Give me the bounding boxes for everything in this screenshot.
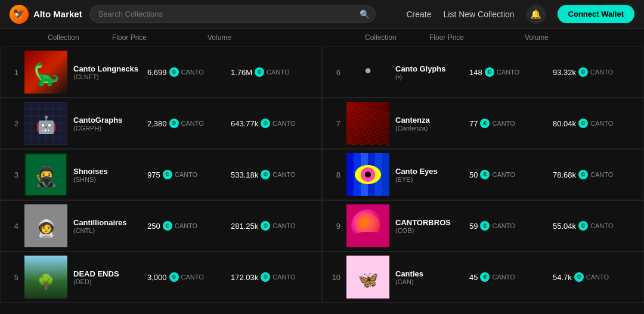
floor-price: 6,699 © CANTO (147, 67, 225, 77)
canto-icon-vol: © (261, 272, 270, 282)
search-input[interactable] (89, 5, 376, 23)
row-rank: 9 (330, 222, 340, 231)
canto-icon: © (480, 119, 490, 128)
connect-wallet-button[interactable]: Connect Wallet (558, 5, 634, 23)
volume: 78.68k © CANTO (553, 170, 636, 179)
collection-name: Canto Glyphs (395, 64, 463, 73)
collection-thumbnail: 🧑‍🚀 (24, 204, 67, 247)
collection-name: CantoGraphs (73, 116, 141, 125)
collection-ticker: (COB) (395, 227, 463, 234)
volume: 281.25k © CANTO (231, 221, 314, 231)
collection-info: Canto Longnecks (CLNFT) (73, 64, 141, 80)
collection-ticker: (CGRPH) (73, 125, 141, 132)
logo-text: Alto Market (33, 9, 82, 19)
canto-label: CANTO (497, 69, 519, 76)
collection-row[interactable]: 6 • Canto Glyphs (•) 148 © CANTO 93.32k … (322, 46, 644, 98)
canto-label: CANTO (181, 273, 204, 281)
collection-thumbnail: 🦕 (24, 51, 67, 94)
collection-ticker: (CAN) (395, 278, 463, 285)
floor-value: 148 (469, 68, 482, 77)
table-header: Collection Floor Price Volume Collection… (0, 29, 644, 46)
svg-text:🤖: 🤖 (36, 115, 57, 135)
floor-price: 250 © CANTO (147, 221, 225, 231)
collection-info: CANTORBROS (COB) (395, 218, 463, 234)
collection-ticker: (Cantenza) (395, 125, 463, 132)
floor-value: 50 (469, 170, 478, 179)
collection-thumbnail: 🥷 (24, 153, 67, 196)
collection-row[interactable]: 5 🌳 DEAD ENDS (DED) 3,000 © CANTO 172.03… (0, 251, 322, 303)
floor-value: 3,000 (147, 273, 167, 282)
row-rank: 2 (8, 119, 18, 128)
canto-label-vol: CANTO (590, 171, 613, 178)
collection-thumbnail: 🤖 (24, 102, 67, 145)
collection-info: CantoGraphs (CGRPH) (73, 116, 141, 132)
volume: 643.77k © CANTO (231, 119, 314, 128)
canto-label: CANTO (492, 273, 515, 281)
canto-label-vol: CANTO (590, 120, 613, 127)
col-header-floor-right: Floor Price (429, 33, 525, 42)
search-container: 🔍 (89, 5, 376, 23)
bell-button[interactable]: 🔔 (527, 5, 546, 24)
collection-name: Canties (395, 269, 463, 278)
volume: 1.76M © CANTO (231, 67, 314, 77)
canto-icon-vol: © (578, 170, 588, 179)
collection-row[interactable]: 8 Canto Eyes (EYE) 50 © CANTO 78.68k © C… (322, 149, 644, 200)
header-nav: Create List New Collection 🔔 Connect Wal… (406, 5, 634, 24)
volume-value: 533.18k (231, 170, 258, 179)
collection-row[interactable]: 4 🧑‍🚀 Cantillionaires (CNTL) 250 © CANTO… (0, 200, 322, 251)
table-header-right: Collection Floor Price Volume (322, 29, 639, 46)
collection-ticker: (DED) (73, 278, 141, 285)
floor-price: 148 © CANTO (469, 67, 547, 77)
collection-row[interactable]: 7 Cantenza (Cantenza) 77 © CANTO 80.04k … (322, 98, 644, 149)
create-link[interactable]: Create (406, 10, 431, 19)
floor-value: 6,699 (147, 68, 167, 77)
collection-name: Canto Longnecks (73, 64, 141, 73)
collection-ticker: (CNTL) (73, 227, 141, 234)
canto-icon-vol: © (578, 221, 588, 231)
collection-thumbnail: 🦋 (346, 256, 389, 299)
canto-icon: © (169, 67, 179, 77)
row-rank: 3 (8, 170, 18, 179)
floor-value: 59 (469, 222, 478, 231)
svg-text:🦕: 🦕 (33, 61, 60, 87)
row-rank: 1 (8, 68, 18, 77)
collection-ticker: (•) (395, 73, 463, 80)
canto-label-vol: CANTO (273, 171, 295, 178)
canto-label: CANTO (175, 222, 197, 229)
volume-value: 1.76M (231, 68, 252, 77)
floor-price: 975 © CANTO (147, 170, 225, 179)
col-header-collection-right: Collection (365, 33, 429, 42)
collection-info: DEAD ENDS (DED) (73, 269, 141, 285)
list-new-link[interactable]: List New Collection (444, 10, 515, 19)
collection-info: Canto Eyes (EYE) (395, 167, 463, 183)
collection-row[interactable]: 9 CANTORBROS (COB) 59 © CANTO 55.04k © C… (322, 200, 644, 251)
collection-row[interactable]: 3 🥷 Shnoises (SHNS) 975 © CANTO 533.18k … (0, 149, 322, 200)
collection-name: DEAD ENDS (73, 269, 141, 278)
floor-price: 50 © CANTO (469, 170, 547, 179)
collection-row[interactable]: 10 🦋 Canties (CAN) 45 © CANTO 54.7k © CA… (322, 251, 644, 303)
floor-value: 45 (469, 273, 478, 282)
logo-icon: 🦅 (10, 5, 29, 24)
canto-icon-vol: © (574, 272, 584, 282)
collection-ticker: (EYE) (395, 176, 463, 183)
volume: 93.32k © CANTO (553, 67, 636, 77)
canto-icon-vol: © (255, 67, 264, 77)
floor-price: 45 © CANTO (469, 272, 547, 282)
col-header-collection-left: Collection (48, 33, 112, 42)
logo-area: 🦅 Alto Market (10, 5, 82, 24)
floor-price: 2,380 © CANTO (147, 119, 225, 128)
canto-icon: © (169, 119, 179, 128)
svg-text:🧑‍🚀: 🧑‍🚀 (36, 219, 57, 238)
collection-thumbnail (346, 204, 389, 247)
collection-row[interactable]: 1 🦕 Canto Longnecks (CLNFT) 6,699 © CANT… (0, 46, 322, 98)
collection-thumbnail (346, 153, 389, 196)
collection-thumbnail: 🌳 (24, 256, 67, 299)
canto-label: CANTO (175, 171, 197, 178)
canto-label: CANTO (492, 120, 515, 127)
svg-point-57 (351, 232, 385, 244)
svg-text:•: • (364, 60, 371, 81)
search-icon: 🔍 (360, 10, 370, 19)
canto-label-vol: CANTO (273, 222, 295, 229)
collection-row[interactable]: 2 🤖 CantoGraphs (CGRPH) 2,380 © CANTO 64… (0, 98, 322, 149)
volume: 55.04k © CANTO (553, 221, 636, 231)
